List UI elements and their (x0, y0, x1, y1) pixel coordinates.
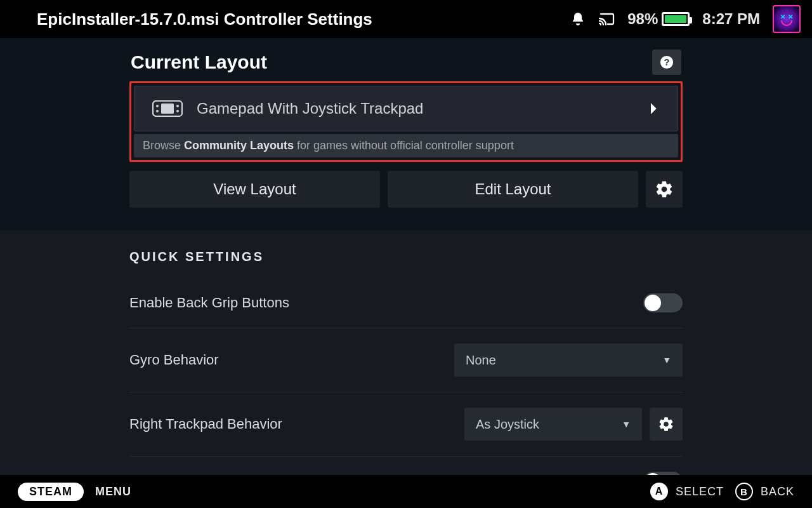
browse-prefix: Browse (143, 139, 184, 152)
rtp-value: As Joystick (476, 417, 539, 432)
svg-rect-3 (161, 104, 174, 114)
clock: 8:27 PM (702, 10, 760, 28)
select-label: SELECT (676, 485, 724, 498)
browse-bold: Community Layouts (184, 139, 294, 152)
help-button[interactable]: ? (652, 50, 681, 75)
casting-icon[interactable] (598, 12, 615, 26)
current-layout-card[interactable]: Gamepad With Joystick Trackpad (134, 86, 678, 131)
setting-back-grip: Enable Back Grip Buttons (129, 278, 683, 328)
rtp-settings-button[interactable] (650, 408, 683, 441)
bottom-bar: STEAM MENU A SELECT B BACK (0, 475, 812, 508)
browse-suffix: for games without official controller su… (294, 139, 514, 152)
hint-select: A SELECT (650, 483, 724, 500)
gear-icon (655, 180, 674, 199)
chevron-right-icon (650, 102, 658, 115)
svg-point-7 (176, 110, 179, 112)
browse-community-layouts[interactable]: Browse Community Layouts for games witho… (134, 134, 678, 157)
b-button-icon: B (735, 483, 753, 500)
battery-icon (662, 12, 690, 26)
view-layout-label: View Layout (213, 180, 296, 198)
battery-status: 98% (627, 10, 690, 28)
quick-settings-title: QUICK SETTINGS (129, 250, 683, 278)
battery-percent: 98% (627, 10, 658, 28)
menu-button[interactable]: MENU (95, 485, 131, 498)
a-button-icon: A (650, 483, 668, 500)
back-grip-toggle[interactable] (643, 293, 683, 312)
svg-point-6 (176, 105, 179, 107)
setting-gyro: Gyro Behavior None ▼ (129, 328, 683, 392)
current-layout-heading: Current Layout (131, 51, 267, 73)
layout-highlight-box: Gamepad With Joystick Trackpad Browse Co… (129, 81, 683, 162)
edit-layout-button[interactable]: Edit Layout (388, 171, 638, 208)
top-bar: EpicInstaller-15.7.0.msi Controller Sett… (0, 0, 812, 38)
gyro-dropdown[interactable]: None ▼ (454, 344, 683, 377)
current-layout-name: Gamepad With Joystick Trackpad (197, 100, 423, 117)
svg-point-4 (156, 105, 159, 107)
back-grip-label: Enable Back Grip Buttons (129, 295, 633, 311)
svg-point-5 (156, 110, 159, 112)
chevron-down-icon: ▼ (662, 355, 671, 365)
content: Current Layout ? Gamepad With Joys (0, 38, 812, 506)
hint-back: B BACK (735, 483, 794, 500)
back-label: BACK (761, 485, 794, 498)
rtp-dropdown[interactable]: As Joystick ▼ (464, 408, 642, 441)
notifications-icon[interactable] (570, 11, 586, 27)
steamdeck-icon (152, 100, 183, 117)
view-layout-button[interactable]: View Layout (129, 171, 380, 208)
page-title: EpicInstaller-15.7.0.msi Controller Sett… (37, 10, 559, 29)
gear-icon (658, 416, 674, 432)
avatar[interactable] (773, 5, 801, 33)
gyro-value: None (466, 353, 496, 368)
svg-text:?: ? (664, 57, 670, 67)
setting-right-trackpad: Right Trackpad Behavior As Joystick ▼ (129, 392, 683, 457)
rtp-label: Right Trackpad Behavior (129, 416, 454, 432)
chevron-down-icon: ▼ (622, 419, 631, 429)
status-icons: 98% 8:27 PM (570, 5, 801, 33)
steam-button[interactable]: STEAM (18, 483, 84, 501)
quick-settings-section: QUICK SETTINGS Enable Back Grip Buttons … (0, 231, 812, 506)
edit-layout-label: Edit Layout (475, 180, 551, 198)
gyro-label: Gyro Behavior (129, 352, 444, 368)
layout-settings-button[interactable] (646, 171, 683, 208)
